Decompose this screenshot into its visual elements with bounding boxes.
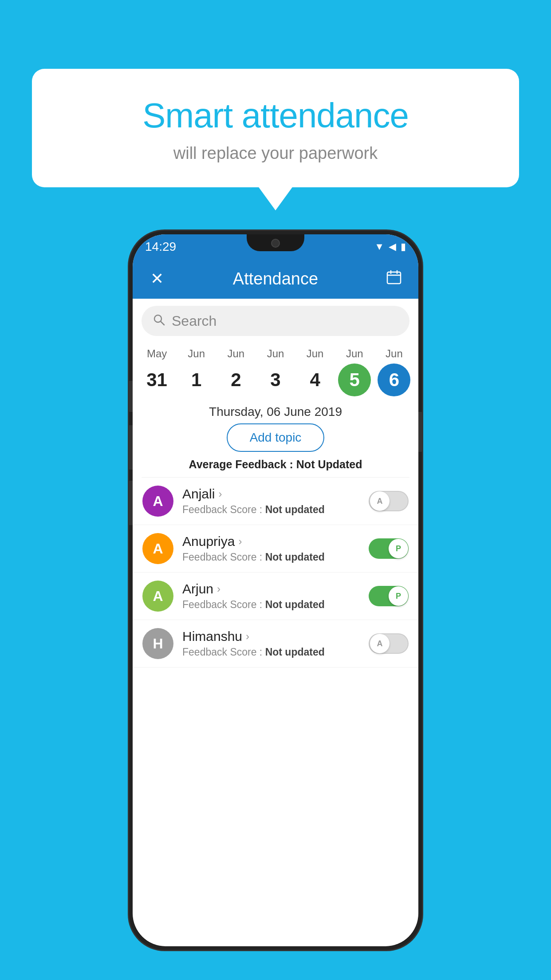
feedback-value: Not updated — [265, 599, 325, 610]
student-feedback: Feedback Score : Not updated — [182, 551, 369, 563]
student-info: Anupriya ›Feedback Score : Not updated — [182, 534, 369, 563]
avg-feedback-value: Not Updated — [296, 458, 362, 470]
add-topic-button[interactable]: Add topic — [227, 423, 325, 452]
toggle-knob: P — [389, 586, 408, 606]
phone-notch — [247, 234, 304, 251]
student-name: Anjali › — [182, 486, 369, 502]
student-item[interactable]: AAnupriya ›Feedback Score : Not updatedP — [133, 525, 418, 573]
calendar-month: Jun — [346, 348, 363, 360]
student-name: Anupriya › — [182, 534, 369, 549]
calendar-date: 31 — [141, 364, 173, 396]
student-feedback: Feedback Score : Not updated — [182, 646, 369, 658]
close-button[interactable]: ✕ — [146, 269, 168, 288]
toggle-knob: P — [389, 539, 408, 558]
phone-screen: 14:29 ▼ ◀ ▮ ✕ Attendance — [133, 234, 418, 946]
calendar-strip: May31Jun1Jun2Jun3Jun4Jun5Jun6 — [133, 343, 418, 399]
attendance-toggle[interactable]: A — [369, 633, 409, 654]
calendar-day[interactable]: Jun4 — [299, 348, 331, 396]
signal-icon: ◀ — [389, 241, 396, 253]
chevron-icon: › — [218, 488, 222, 500]
student-info: Himanshu ›Feedback Score : Not updated — [182, 629, 369, 658]
calendar-date: 4 — [299, 364, 331, 396]
speech-bubble: Smart attendance will replace your paper… — [32, 69, 519, 187]
calendar-month: Jun — [386, 348, 403, 360]
student-info: Arjun ›Feedback Score : Not updated — [182, 581, 369, 611]
feedback-value: Not updated — [265, 504, 325, 515]
calendar-date: 5 — [338, 364, 371, 396]
calendar-month: May — [147, 348, 167, 360]
app-bar-title: Attendance — [168, 269, 383, 288]
search-icon — [153, 313, 165, 329]
phone-container: 14:29 ▼ ◀ ▮ ✕ Attendance — [129, 231, 422, 950]
student-name: Himanshu › — [182, 629, 369, 644]
calendar-day[interactable]: Jun6 — [378, 348, 410, 396]
calendar-day[interactable]: May31 — [141, 348, 173, 396]
student-avatar: H — [142, 628, 173, 659]
status-icons: ▼ ◀ ▮ — [374, 241, 406, 253]
calendar-month: Jun — [188, 348, 205, 360]
wifi-icon: ▼ — [374, 241, 384, 253]
chevron-icon: › — [238, 535, 242, 548]
calendar-date: 1 — [180, 364, 213, 396]
calendar-date: 3 — [259, 364, 292, 396]
calendar-date: 2 — [220, 364, 252, 396]
attendance-toggle[interactable]: P — [369, 538, 409, 559]
volume-up-button — [128, 381, 133, 412]
student-feedback: Feedback Score : Not updated — [182, 599, 369, 611]
volume-down-button — [128, 425, 133, 470]
speech-bubble-title: Smart attendance — [54, 95, 497, 136]
extra-button — [128, 481, 133, 525]
speech-bubble-container: Smart attendance will replace your paper… — [32, 69, 519, 187]
student-info: Anjali ›Feedback Score : Not updated — [182, 486, 369, 516]
chevron-icon: › — [217, 583, 220, 595]
calendar-day[interactable]: Jun2 — [220, 348, 252, 396]
phone-camera — [271, 239, 280, 248]
student-item[interactable]: AAnjali ›Feedback Score : Not updatedA — [133, 478, 418, 525]
student-list: AAnjali ›Feedback Score : Not updatedAAA… — [133, 478, 418, 668]
calendar-day[interactable]: Jun5 — [338, 348, 371, 396]
svg-line-5 — [161, 321, 164, 325]
feedback-value: Not updated — [265, 646, 325, 658]
app-bar: ✕ Attendance — [133, 259, 418, 299]
student-feedback: Feedback Score : Not updated — [182, 504, 369, 516]
speech-bubble-subtitle: will replace your paperwork — [54, 144, 497, 163]
power-button — [418, 412, 423, 452]
attendance-toggle[interactable]: P — [369, 586, 409, 606]
svg-rect-0 — [387, 272, 401, 284]
calendar-day[interactable]: Jun3 — [259, 348, 292, 396]
search-bar[interactable]: Search — [142, 306, 409, 336]
calendar-month: Jun — [227, 348, 244, 360]
student-item[interactable]: HHimanshu ›Feedback Score : Not updatedA — [133, 620, 418, 668]
status-time: 14:29 — [145, 240, 176, 254]
student-avatar: A — [142, 533, 173, 564]
student-avatar: A — [142, 486, 173, 517]
calendar-month: Jun — [307, 348, 324, 360]
feedback-value: Not updated — [265, 551, 325, 563]
calendar-button[interactable] — [383, 269, 405, 289]
search-placeholder: Search — [172, 313, 216, 329]
calendar-date: 6 — [378, 364, 410, 396]
toggle-knob: A — [370, 491, 390, 511]
student-name: Arjun › — [182, 581, 369, 597]
chevron-icon: › — [246, 630, 249, 643]
selected-date-label: Thursday, 06 June 2019 — [133, 399, 418, 423]
avg-feedback-label: Average Feedback : — [189, 458, 296, 470]
student-item[interactable]: AArjun ›Feedback Score : Not updatedP — [133, 573, 418, 620]
student-avatar: A — [142, 581, 173, 612]
avg-feedback: Average Feedback : Not Updated — [133, 458, 418, 471]
toggle-knob: A — [370, 634, 390, 653]
attendance-toggle[interactable]: A — [369, 491, 409, 511]
calendar-month: Jun — [267, 348, 284, 360]
calendar-day[interactable]: Jun1 — [180, 348, 213, 396]
battery-icon: ▮ — [401, 241, 406, 253]
